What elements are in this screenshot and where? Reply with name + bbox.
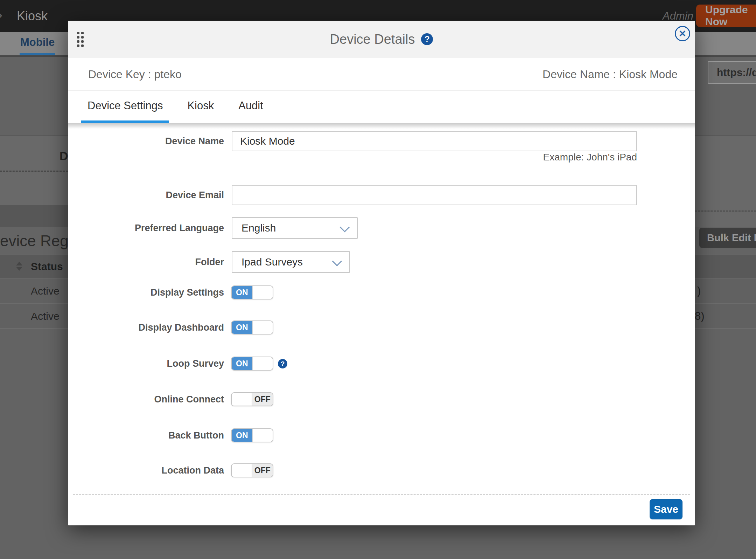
device-name-text: Device Name : Kiosk Mode — [542, 58, 678, 91]
chevron-down-icon — [340, 222, 350, 232]
folder-value: Ipad Surveys — [241, 256, 303, 268]
status-cell: Active — [31, 278, 59, 304]
toggle-knob — [252, 321, 273, 334]
help-icon[interactable]: ? — [421, 33, 433, 45]
toggle-knob — [252, 357, 273, 370]
display-dashboard-label: Display Dashboard — [68, 320, 224, 334]
upgrade-now-button[interactable]: Upgrade Now — [696, 5, 756, 27]
device-details-modal: Device Details ? ✕ Device Key : pteko De… — [68, 21, 695, 525]
status-cell: Active — [31, 304, 59, 329]
divider — [695, 211, 756, 212]
screen: › Kiosk Admin Upgrade Now Mobile D evice… — [0, 0, 756, 559]
partial-label: D — [59, 149, 68, 163]
loop-survey-label: Loop Survey — [68, 357, 224, 371]
location-data-label: Location Data — [68, 463, 224, 477]
background-section — [0, 205, 68, 227]
device-name-input[interactable] — [232, 131, 637, 151]
toggle-knob — [232, 464, 252, 477]
online-connect-toggle[interactable]: OFF — [231, 392, 273, 406]
toggle-state: ON — [232, 357, 252, 370]
breadcrumb-chevron-icon: › — [0, 5, 2, 24]
device-name-helper: Example: John's iPad — [543, 152, 637, 163]
display-settings-toggle[interactable]: ON — [231, 285, 273, 299]
toggle-knob — [252, 429, 273, 442]
preferred-language-label: Preferred Language — [68, 217, 224, 239]
page-title: Kiosk — [17, 0, 48, 32]
status-column-header[interactable]: Status — [31, 255, 63, 278]
loop-survey-help-icon[interactable]: ? — [278, 359, 287, 368]
save-button[interactable]: Save — [650, 499, 682, 519]
modal-header: Device Details ? — [68, 21, 695, 58]
modal-tabs: Device Settings Kiosk Audit — [81, 91, 281, 123]
tab-device-settings[interactable]: Device Settings — [81, 91, 169, 123]
drag-handle-icon[interactable] — [77, 32, 84, 47]
tabbar-shadow — [68, 123, 695, 129]
row-fragment: ) — [697, 278, 701, 304]
toggle-state: OFF — [252, 393, 273, 406]
toggle-state: OFF — [252, 464, 273, 477]
device-email-input[interactable] — [232, 185, 637, 205]
online-connect-label: Online Connect — [68, 392, 224, 406]
tab-kiosk[interactable]: Kiosk — [181, 91, 220, 123]
device-email-label: Device Email — [68, 185, 224, 205]
preferred-language-value: English — [241, 222, 276, 234]
bulk-edit-devices-button[interactable]: Bulk Edit Dev — [699, 228, 756, 248]
device-key-text: Device Key : pteko — [88, 58, 182, 91]
sort-up-icon — [16, 262, 22, 265]
modal-subheader: Device Key : pteko Device Name : Kiosk M… — [68, 58, 695, 91]
folder-select[interactable]: Ipad Surveys — [232, 251, 350, 273]
preferred-language-select[interactable]: English — [232, 217, 358, 239]
row-fragment: 8) — [695, 304, 705, 329]
close-icon[interactable]: ✕ — [675, 26, 690, 41]
location-data-toggle[interactable]: OFF — [231, 463, 273, 477]
tab-audit[interactable]: Audit — [232, 91, 270, 123]
toggle-knob — [232, 393, 252, 406]
folder-label: Folder — [68, 251, 224, 273]
toggle-state: ON — [232, 286, 252, 299]
toggle-state: ON — [232, 321, 252, 334]
toggle-state: ON — [232, 429, 252, 442]
sort-down-icon — [16, 267, 22, 271]
divider — [0, 171, 68, 172]
toggle-knob — [252, 286, 273, 299]
back-button-label: Back Button — [68, 428, 224, 442]
chevron-down-icon — [332, 256, 342, 266]
sort-arrows-icon[interactable] — [16, 262, 22, 271]
footer-divider — [73, 494, 690, 495]
device-name-label: Device Name — [68, 131, 224, 151]
back-button-toggle[interactable]: ON — [231, 428, 273, 442]
loop-survey-toggle[interactable]: ON — [231, 357, 273, 371]
display-dashboard-toggle[interactable]: ON — [231, 320, 273, 334]
url-field[interactable]: https://qa. — [708, 61, 756, 84]
tab-mobile[interactable]: Mobile — [20, 32, 55, 55]
modal-title: Device Details — [330, 32, 415, 47]
display-settings-label: Display Settings — [68, 285, 224, 299]
